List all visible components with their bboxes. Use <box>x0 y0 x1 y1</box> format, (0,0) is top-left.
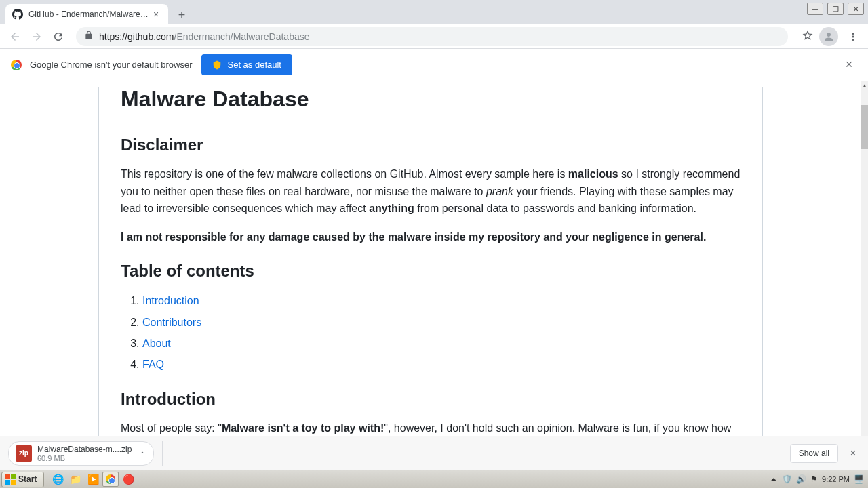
system-clock[interactable]: 9:22 PM <box>822 475 850 483</box>
download-size: 60.9 MB <box>37 454 132 462</box>
system-tray: ⏶ 🛡️ 🔊 ⚑ 9:22 PM 🖥️ <box>766 474 868 484</box>
windows-logo-icon <box>5 474 16 485</box>
lock-icon <box>84 30 94 42</box>
taskbar-ie-icon[interactable]: 🌐 <box>50 472 66 487</box>
tray-volume-icon[interactable]: 🔊 <box>796 474 806 484</box>
list-item: About <box>142 334 741 352</box>
forward-button[interactable] <box>27 27 46 46</box>
windows-taskbar: Start 🌐 📁 ▶️ 🔴 ⏶ 🛡️ 🔊 ⚑ 9:22 PM 🖥️ <box>0 470 868 488</box>
scrollbar-thumb[interactable] <box>861 105 868 149</box>
infobar-message: Google Chrome isn't your default browser <box>30 60 192 70</box>
disclaimer-paragraph-1: This repository is one of the few malwar… <box>121 165 741 218</box>
list-item: FAQ <box>142 355 741 373</box>
toc-link-faq[interactable]: FAQ <box>142 359 164 370</box>
show-all-downloads-button[interactable]: Show all <box>790 444 838 463</box>
readme-content: Malware Database Disclaimer This reposit… <box>121 87 741 436</box>
taskbar-media-icon[interactable]: ▶️ <box>85 472 101 487</box>
minimize-window-button[interactable]: — <box>807 3 823 15</box>
toc-link-contributors[interactable]: Contributors <box>142 317 201 328</box>
taskbar-app-icon[interactable]: 🔴 <box>120 472 136 487</box>
tray-show-desktop[interactable]: 🖥️ <box>854 474 864 484</box>
browser-tab[interactable]: GitHub - Endermanch/MalwareDatab × <box>5 4 168 24</box>
chrome-menu-button[interactable] <box>844 27 863 46</box>
reload-button[interactable] <box>49 27 68 46</box>
page-title: Malware Database <box>121 87 741 119</box>
profile-avatar[interactable] <box>819 27 838 46</box>
chrome-logo-icon <box>11 60 22 70</box>
back-button[interactable] <box>5 27 24 46</box>
download-menu-chevron[interactable] <box>138 448 146 459</box>
introduction-heading: Introduction <box>121 390 741 409</box>
tab-strip: GitHub - Endermanch/MalwareDatab × + <box>0 0 868 24</box>
archive-file-icon: zip <box>16 445 32 462</box>
download-shelf-close-button[interactable]: × <box>846 447 860 460</box>
shield-icon <box>212 60 222 70</box>
list-item: Introduction <box>142 291 741 310</box>
taskbar-explorer-icon[interactable]: 📁 <box>67 472 83 487</box>
browser-toolbar: https://github.com/Endermanch/MalwareDat… <box>0 24 868 49</box>
tray-security-icon[interactable]: 🛡️ <box>782 474 792 484</box>
disclaimer-heading: Disclaimer <box>121 136 741 155</box>
close-window-button[interactable]: ✕ <box>848 3 864 15</box>
default-browser-infobar: Google Chrome isn't your default browser… <box>0 49 868 81</box>
scroll-up-arrow[interactable]: ▲ <box>861 81 868 89</box>
download-shelf: zip MalwareDatabase-m....zip 60.9 MB Sho… <box>0 436 868 470</box>
taskbar-chrome-icon[interactable] <box>102 472 119 487</box>
disclaimer-paragraph-2: I am not responsible for any damage caus… <box>121 228 741 246</box>
set-default-button[interactable]: Set as default <box>201 54 292 75</box>
page-viewport: Malware Database Disclaimer This reposit… <box>0 81 861 436</box>
start-button[interactable]: Start <box>1 472 44 487</box>
download-item[interactable]: zip MalwareDatabase-m....zip 60.9 MB <box>8 441 154 466</box>
tray-flag-icon[interactable]: ⚑ <box>810 474 818 484</box>
list-item: Contributors <box>142 313 741 331</box>
toc-link-about[interactable]: About <box>142 338 171 349</box>
toc-heading: Table of contents <box>121 262 741 281</box>
infobar-close-button[interactable]: × <box>841 57 857 73</box>
introduction-paragraph: Most of people say: "Malware isn't a toy… <box>121 420 741 436</box>
tab-close-button[interactable]: × <box>151 9 161 20</box>
address-bar[interactable]: https://github.com/Endermanch/MalwareDat… <box>76 27 788 46</box>
maximize-window-button[interactable]: ❐ <box>827 3 844 15</box>
tray-expand-icon[interactable]: ⏶ <box>770 474 778 484</box>
toc-link-introduction[interactable]: Introduction <box>142 295 199 306</box>
tab-title: GitHub - Endermanch/MalwareDatab <box>28 9 151 19</box>
bookmark-star-icon[interactable] <box>802 29 814 43</box>
new-tab-button[interactable]: + <box>172 5 191 24</box>
toc-list: Introduction Contributors About FAQ <box>121 291 741 373</box>
download-filename: MalwareDatabase-m....zip <box>37 445 132 454</box>
separator <box>162 441 163 466</box>
github-favicon <box>12 9 23 20</box>
url-text: https://github.com/Endermanch/MalwareDat… <box>99 31 310 42</box>
